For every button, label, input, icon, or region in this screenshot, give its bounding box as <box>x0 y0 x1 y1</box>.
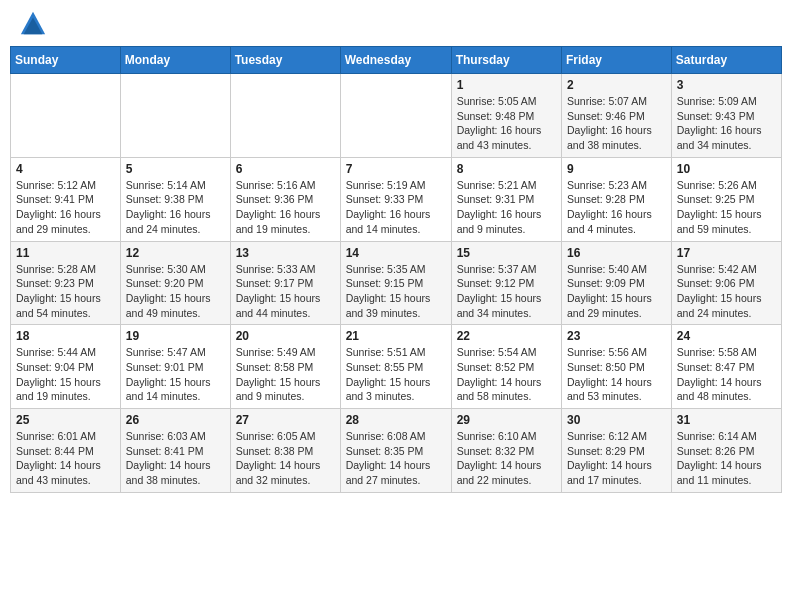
calendar-cell: 3Sunrise: 5:09 AM Sunset: 9:43 PM Daylig… <box>671 74 781 158</box>
day-number: 20 <box>236 329 335 343</box>
day-info: Sunrise: 5:14 AM Sunset: 9:38 PM Dayligh… <box>126 178 225 237</box>
day-info: Sunrise: 5:33 AM Sunset: 9:17 PM Dayligh… <box>236 262 335 321</box>
day-number: 4 <box>16 162 115 176</box>
day-info: Sunrise: 6:12 AM Sunset: 8:29 PM Dayligh… <box>567 429 666 488</box>
calendar-cell: 2Sunrise: 5:07 AM Sunset: 9:46 PM Daylig… <box>562 74 672 158</box>
header-sunday: Sunday <box>11 47 121 74</box>
day-number: 24 <box>677 329 776 343</box>
day-info: Sunrise: 5:26 AM Sunset: 9:25 PM Dayligh… <box>677 178 776 237</box>
calendar-cell: 21Sunrise: 5:51 AM Sunset: 8:55 PM Dayli… <box>340 325 451 409</box>
calendar-cell: 6Sunrise: 5:16 AM Sunset: 9:36 PM Daylig… <box>230 157 340 241</box>
day-info: Sunrise: 5:51 AM Sunset: 8:55 PM Dayligh… <box>346 345 446 404</box>
calendar-cell: 11Sunrise: 5:28 AM Sunset: 9:23 PM Dayli… <box>11 241 121 325</box>
calendar-cell: 30Sunrise: 6:12 AM Sunset: 8:29 PM Dayli… <box>562 409 672 493</box>
day-number: 10 <box>677 162 776 176</box>
calendar-header-row: SundayMondayTuesdayWednesdayThursdayFrid… <box>11 47 782 74</box>
calendar-cell: 19Sunrise: 5:47 AM Sunset: 9:01 PM Dayli… <box>120 325 230 409</box>
day-info: Sunrise: 6:14 AM Sunset: 8:26 PM Dayligh… <box>677 429 776 488</box>
day-info: Sunrise: 5:37 AM Sunset: 9:12 PM Dayligh… <box>457 262 556 321</box>
day-info: Sunrise: 6:08 AM Sunset: 8:35 PM Dayligh… <box>346 429 446 488</box>
calendar-week-4: 18Sunrise: 5:44 AM Sunset: 9:04 PM Dayli… <box>11 325 782 409</box>
day-number: 7 <box>346 162 446 176</box>
day-number: 22 <box>457 329 556 343</box>
day-number: 25 <box>16 413 115 427</box>
day-info: Sunrise: 6:05 AM Sunset: 8:38 PM Dayligh… <box>236 429 335 488</box>
day-info: Sunrise: 5:47 AM Sunset: 9:01 PM Dayligh… <box>126 345 225 404</box>
calendar-cell: 8Sunrise: 5:21 AM Sunset: 9:31 PM Daylig… <box>451 157 561 241</box>
calendar-cell: 29Sunrise: 6:10 AM Sunset: 8:32 PM Dayli… <box>451 409 561 493</box>
calendar-cell: 14Sunrise: 5:35 AM Sunset: 9:15 PM Dayli… <box>340 241 451 325</box>
day-info: Sunrise: 6:01 AM Sunset: 8:44 PM Dayligh… <box>16 429 115 488</box>
day-number: 5 <box>126 162 225 176</box>
day-info: Sunrise: 5:49 AM Sunset: 8:58 PM Dayligh… <box>236 345 335 404</box>
day-number: 9 <box>567 162 666 176</box>
calendar-cell: 12Sunrise: 5:30 AM Sunset: 9:20 PM Dayli… <box>120 241 230 325</box>
day-info: Sunrise: 5:35 AM Sunset: 9:15 PM Dayligh… <box>346 262 446 321</box>
calendar-cell <box>11 74 121 158</box>
calendar-week-1: 1Sunrise: 5:05 AM Sunset: 9:48 PM Daylig… <box>11 74 782 158</box>
calendar-week-3: 11Sunrise: 5:28 AM Sunset: 9:23 PM Dayli… <box>11 241 782 325</box>
calendar-cell: 17Sunrise: 5:42 AM Sunset: 9:06 PM Dayli… <box>671 241 781 325</box>
calendar-cell: 4Sunrise: 5:12 AM Sunset: 9:41 PM Daylig… <box>11 157 121 241</box>
calendar-cell: 10Sunrise: 5:26 AM Sunset: 9:25 PM Dayli… <box>671 157 781 241</box>
day-info: Sunrise: 5:09 AM Sunset: 9:43 PM Dayligh… <box>677 94 776 153</box>
calendar-cell: 20Sunrise: 5:49 AM Sunset: 8:58 PM Dayli… <box>230 325 340 409</box>
day-info: Sunrise: 5:44 AM Sunset: 9:04 PM Dayligh… <box>16 345 115 404</box>
day-info: Sunrise: 5:54 AM Sunset: 8:52 PM Dayligh… <box>457 345 556 404</box>
day-info: Sunrise: 5:19 AM Sunset: 9:33 PM Dayligh… <box>346 178 446 237</box>
day-info: Sunrise: 5:21 AM Sunset: 9:31 PM Dayligh… <box>457 178 556 237</box>
calendar-week-2: 4Sunrise: 5:12 AM Sunset: 9:41 PM Daylig… <box>11 157 782 241</box>
calendar-cell: 27Sunrise: 6:05 AM Sunset: 8:38 PM Dayli… <box>230 409 340 493</box>
calendar-cell: 7Sunrise: 5:19 AM Sunset: 9:33 PM Daylig… <box>340 157 451 241</box>
header-tuesday: Tuesday <box>230 47 340 74</box>
day-number: 6 <box>236 162 335 176</box>
calendar-week-5: 25Sunrise: 6:01 AM Sunset: 8:44 PM Dayli… <box>11 409 782 493</box>
day-info: Sunrise: 5:42 AM Sunset: 9:06 PM Dayligh… <box>677 262 776 321</box>
day-info: Sunrise: 5:05 AM Sunset: 9:48 PM Dayligh… <box>457 94 556 153</box>
calendar-cell: 28Sunrise: 6:08 AM Sunset: 8:35 PM Dayli… <box>340 409 451 493</box>
calendar-cell <box>230 74 340 158</box>
day-number: 12 <box>126 246 225 260</box>
calendar-cell: 25Sunrise: 6:01 AM Sunset: 8:44 PM Dayli… <box>11 409 121 493</box>
day-number: 18 <box>16 329 115 343</box>
calendar-cell: 1Sunrise: 5:05 AM Sunset: 9:48 PM Daylig… <box>451 74 561 158</box>
calendar-cell: 31Sunrise: 6:14 AM Sunset: 8:26 PM Dayli… <box>671 409 781 493</box>
logo-icon <box>19 10 47 38</box>
calendar-cell <box>340 74 451 158</box>
calendar-cell: 26Sunrise: 6:03 AM Sunset: 8:41 PM Dayli… <box>120 409 230 493</box>
calendar-cell: 16Sunrise: 5:40 AM Sunset: 9:09 PM Dayli… <box>562 241 672 325</box>
day-info: Sunrise: 5:40 AM Sunset: 9:09 PM Dayligh… <box>567 262 666 321</box>
day-number: 13 <box>236 246 335 260</box>
day-number: 2 <box>567 78 666 92</box>
calendar-cell: 22Sunrise: 5:54 AM Sunset: 8:52 PM Dayli… <box>451 325 561 409</box>
header-wednesday: Wednesday <box>340 47 451 74</box>
calendar-cell: 15Sunrise: 5:37 AM Sunset: 9:12 PM Dayli… <box>451 241 561 325</box>
calendar-cell: 18Sunrise: 5:44 AM Sunset: 9:04 PM Dayli… <box>11 325 121 409</box>
day-number: 15 <box>457 246 556 260</box>
calendar-cell: 9Sunrise: 5:23 AM Sunset: 9:28 PM Daylig… <box>562 157 672 241</box>
day-number: 14 <box>346 246 446 260</box>
day-number: 11 <box>16 246 115 260</box>
calendar-cell: 23Sunrise: 5:56 AM Sunset: 8:50 PM Dayli… <box>562 325 672 409</box>
day-number: 1 <box>457 78 556 92</box>
header-friday: Friday <box>562 47 672 74</box>
day-number: 29 <box>457 413 556 427</box>
day-number: 16 <box>567 246 666 260</box>
day-info: Sunrise: 5:12 AM Sunset: 9:41 PM Dayligh… <box>16 178 115 237</box>
calendar-cell: 24Sunrise: 5:58 AM Sunset: 8:47 PM Dayli… <box>671 325 781 409</box>
day-info: Sunrise: 5:23 AM Sunset: 9:28 PM Dayligh… <box>567 178 666 237</box>
calendar-cell <box>120 74 230 158</box>
header-monday: Monday <box>120 47 230 74</box>
calendar-cell: 13Sunrise: 5:33 AM Sunset: 9:17 PM Dayli… <box>230 241 340 325</box>
day-info: Sunrise: 6:03 AM Sunset: 8:41 PM Dayligh… <box>126 429 225 488</box>
day-number: 8 <box>457 162 556 176</box>
calendar-table: SundayMondayTuesdayWednesdayThursdayFrid… <box>10 46 782 493</box>
day-number: 26 <box>126 413 225 427</box>
day-info: Sunrise: 5:30 AM Sunset: 9:20 PM Dayligh… <box>126 262 225 321</box>
header-thursday: Thursday <box>451 47 561 74</box>
day-number: 3 <box>677 78 776 92</box>
calendar-cell: 5Sunrise: 5:14 AM Sunset: 9:38 PM Daylig… <box>120 157 230 241</box>
logo <box>15 10 47 38</box>
day-number: 23 <box>567 329 666 343</box>
day-info: Sunrise: 5:07 AM Sunset: 9:46 PM Dayligh… <box>567 94 666 153</box>
